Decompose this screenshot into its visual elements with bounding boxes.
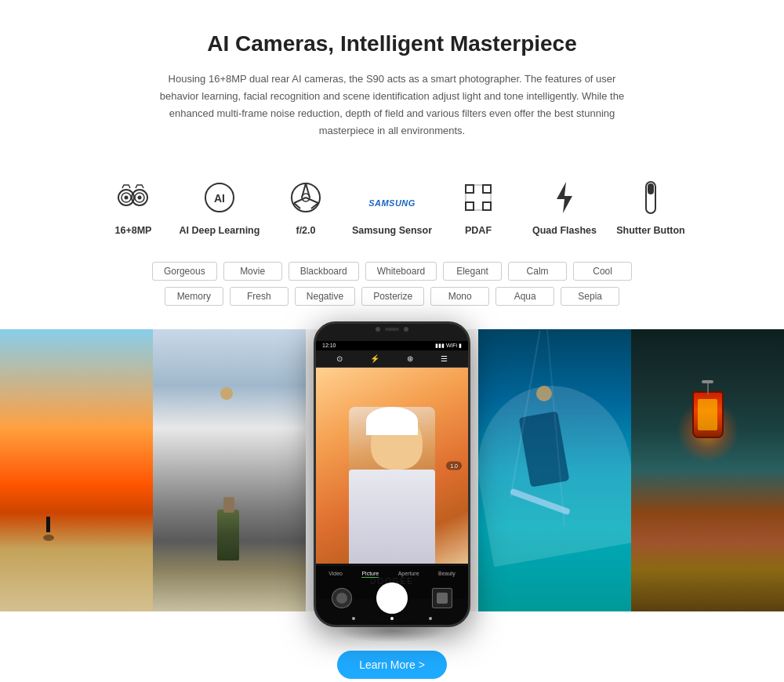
svg-rect-19: [466, 202, 474, 210]
shutter-icon: [632, 179, 670, 216]
feature-shutter: Shutter Button: [608, 179, 694, 238]
filter-blackboard[interactable]: Blackboard: [289, 262, 359, 281]
filter-gorgeous[interactable]: Gorgeous: [152, 262, 217, 281]
feature-ai-label: AI Deep Learning: [180, 224, 260, 238]
photo-mountain-bg: [153, 329, 306, 611]
photo-desert: [0, 329, 153, 611]
feature-samsung: SAMSUNG Samsung Sensor: [349, 179, 435, 238]
photo-underwater: [478, 329, 631, 611]
svg-text:AI: AI: [214, 192, 225, 205]
phone-camera-tabs: Video Picture Aperture Beauty: [319, 571, 465, 578]
feature-megapixel: 16+8MP: [90, 179, 176, 238]
feature-pdaf: PDAF: [435, 179, 521, 238]
svg-line-11: [306, 198, 318, 203]
page-description: Housing 16+8MP dual rear AI cameras, the…: [149, 71, 635, 140]
svg-rect-16: [466, 185, 491, 210]
feature-pdaf-label: PDAF: [465, 224, 492, 238]
page-title: AI Cameras, Intelligent Masterpiece: [78, 31, 706, 56]
filter-aqua[interactable]: Aqua: [495, 287, 554, 306]
feature-flash: Quad Flashes: [521, 179, 608, 238]
flash-icon: [546, 179, 583, 216]
phone-mockup: 12:10 ▮▮▮ WiFi ▮ ⊙ ⚡ ⊛ ☰: [314, 321, 470, 627]
camera-dual-icon: [114, 179, 152, 216]
feature-ai: AI AI Deep Learning: [176, 179, 263, 238]
filter-posterize[interactable]: Posterize: [361, 287, 424, 306]
feature-aperture: f/2.0: [263, 179, 349, 238]
svg-marker-21: [557, 182, 572, 213]
feature-megapixel-label: 16+8MP: [115, 224, 152, 238]
filter-negative[interactable]: Negative: [295, 287, 355, 306]
filter-fresh[interactable]: Fresh: [230, 287, 289, 306]
samsung-icon: SAMSUNG: [373, 179, 411, 216]
phone-camera-ui: Video Picture Aperture Beauty: [316, 566, 468, 625]
header-section: AI Cameras, Intelligent Masterpiece Hous…: [0, 0, 784, 155]
photo-desert-bg: [0, 329, 153, 611]
photo-underwater-bg: [478, 329, 631, 611]
svg-point-5: [138, 196, 142, 200]
feature-flash-label: Quad Flashes: [532, 224, 597, 238]
ai-icon: AI: [201, 179, 238, 216]
svg-rect-18: [483, 185, 491, 193]
feature-samsung-label: Samsung Sensor: [352, 224, 432, 238]
filter-calm[interactable]: Calm: [508, 262, 567, 281]
filter-row-1: Gorgeous Movie Blackboard Whiteboard Ele…: [152, 262, 632, 281]
phone-camera-controls: [319, 582, 465, 614]
svg-line-13: [294, 198, 306, 203]
filter-cool[interactable]: Cool: [573, 262, 632, 281]
photo-lantern: [631, 329, 784, 611]
aperture-icon: [287, 179, 325, 216]
filter-mono[interactable]: Mono: [430, 287, 489, 306]
pdaf-icon: [459, 179, 497, 216]
feature-shutter-label: Shutter Button: [616, 224, 684, 238]
photos-section: 12:10 ▮▮▮ WiFi ▮ ⊙ ⚡ ⊛ ☰: [0, 329, 784, 611]
feature-aperture-label: f/2.0: [296, 224, 315, 238]
phone-shadow: [337, 619, 447, 643]
phone-notch: [361, 324, 423, 341]
svg-point-2: [125, 196, 129, 200]
filter-row-2: Memory Fresh Negative Posterize Mono Aqu…: [165, 287, 619, 306]
page-wrapper: AI Cameras, Intelligent Masterpiece Hous…: [0, 0, 784, 682]
phone-center: 12:10 ▮▮▮ WiFi ▮ ⊙ ⚡ ⊛ ☰: [306, 329, 478, 611]
filter-section: Gorgeous Movie Blackboard Whiteboard Ele…: [0, 254, 784, 321]
filter-whiteboard[interactable]: Whiteboard: [365, 262, 437, 281]
svg-rect-20: [483, 202, 491, 210]
learn-more-button[interactable]: Learn More >: [337, 651, 447, 679]
phone-screen: 1.0: [316, 368, 468, 564]
filter-sepia[interactable]: Sepia: [561, 287, 619, 306]
filter-elegant[interactable]: Elegant: [443, 262, 502, 281]
photo-lantern-bg: [631, 329, 784, 611]
photo-mountain: [153, 329, 306, 611]
filter-movie[interactable]: Movie: [223, 262, 282, 281]
filter-memory[interactable]: Memory: [165, 287, 223, 306]
svg-rect-17: [466, 185, 474, 193]
svg-rect-23: [648, 183, 654, 194]
features-row: 16+8MP AI AI Deep Learning: [0, 155, 784, 254]
